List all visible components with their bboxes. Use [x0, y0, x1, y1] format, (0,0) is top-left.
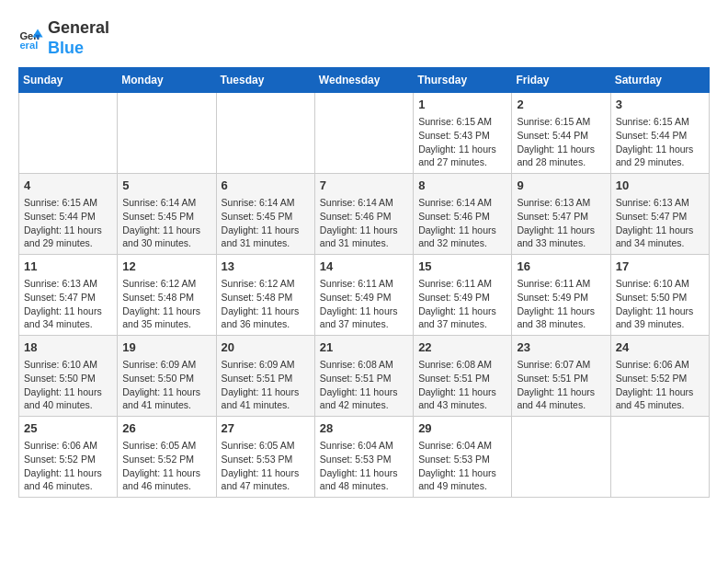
calendar-week-3: 11Sunrise: 6:13 AM Sunset: 5:47 PM Dayli… — [19, 255, 710, 336]
day-number: 21 — [320, 339, 408, 356]
day-number: 9 — [517, 178, 605, 194]
day-info: Sunrise: 6:08 AM Sunset: 5:51 PM Dayligh… — [320, 358, 408, 412]
day-number: 5 — [122, 178, 210, 194]
day-number: 17 — [616, 259, 704, 275]
calendar-cell: 13Sunrise: 6:12 AM Sunset: 5:48 PM Dayli… — [216, 255, 314, 336]
calendar-cell: 4Sunrise: 6:15 AM Sunset: 5:44 PM Daylig… — [19, 174, 118, 255]
calendar-cell: 12Sunrise: 6:12 AM Sunset: 5:48 PM Dayli… — [118, 255, 216, 336]
day-info: Sunrise: 6:04 AM Sunset: 5:53 PM Dayligh… — [418, 439, 506, 493]
day-info: Sunrise: 6:14 AM Sunset: 5:45 PM Dayligh… — [222, 196, 310, 250]
day-info: Sunrise: 6:10 AM Sunset: 5:50 PM Dayligh… — [616, 277, 704, 331]
logo: Gen eral GeneralBlue — [18, 18, 109, 58]
day-number: 14 — [320, 259, 408, 275]
calendar-cell: 27Sunrise: 6:05 AM Sunset: 5:53 PM Dayli… — [216, 416, 314, 497]
day-info: Sunrise: 6:13 AM Sunset: 5:47 PM Dayligh… — [517, 196, 605, 250]
calendar-cell: 28Sunrise: 6:04 AM Sunset: 5:53 PM Dayli… — [314, 416, 413, 497]
calendar-cell: 8Sunrise: 6:14 AM Sunset: 5:46 PM Daylig… — [414, 174, 512, 255]
calendar-table: SundayMondayTuesdayWednesdayThursdayFrid… — [18, 67, 710, 498]
calendar-cell: 7Sunrise: 6:14 AM Sunset: 5:46 PM Daylig… — [314, 174, 413, 255]
day-info: Sunrise: 6:11 AM Sunset: 5:49 PM Dayligh… — [517, 277, 605, 331]
calendar-cell: 2Sunrise: 6:15 AM Sunset: 5:44 PM Daylig… — [512, 93, 610, 174]
weekday-wednesday: Wednesday — [314, 68, 413, 93]
weekday-saturday: Saturday — [610, 68, 709, 93]
day-number: 12 — [122, 259, 210, 275]
calendar-cell: 11Sunrise: 6:13 AM Sunset: 5:47 PM Dayli… — [19, 255, 118, 336]
day-number: 2 — [517, 97, 605, 113]
day-info: Sunrise: 6:15 AM Sunset: 5:44 PM Dayligh… — [517, 115, 605, 169]
day-info: Sunrise: 6:14 AM Sunset: 5:46 PM Dayligh… — [418, 196, 506, 250]
day-number: 15 — [418, 259, 506, 275]
weekday-monday: Monday — [118, 68, 216, 93]
calendar-cell: 18Sunrise: 6:10 AM Sunset: 5:50 PM Dayli… — [19, 336, 118, 417]
day-info: Sunrise: 6:15 AM Sunset: 5:43 PM Dayligh… — [418, 115, 506, 169]
day-info: Sunrise: 6:13 AM Sunset: 5:47 PM Dayligh… — [24, 277, 112, 331]
day-info: Sunrise: 6:12 AM Sunset: 5:48 PM Dayligh… — [122, 277, 210, 331]
day-info: Sunrise: 6:14 AM Sunset: 5:46 PM Dayligh… — [320, 196, 408, 250]
day-info: Sunrise: 6:13 AM Sunset: 5:47 PM Dayligh… — [616, 196, 704, 250]
day-number: 8 — [418, 178, 506, 194]
calendar-cell — [216, 93, 314, 174]
day-number: 22 — [418, 339, 506, 356]
calendar-cell — [314, 93, 413, 174]
day-number: 26 — [122, 420, 210, 437]
weekday-friday: Friday — [512, 68, 610, 93]
calendar-week-1: 1Sunrise: 6:15 AM Sunset: 5:43 PM Daylig… — [19, 93, 710, 174]
day-info: Sunrise: 6:07 AM Sunset: 5:51 PM Dayligh… — [517, 358, 605, 412]
calendar-week-2: 4Sunrise: 6:15 AM Sunset: 5:44 PM Daylig… — [19, 174, 710, 255]
day-info: Sunrise: 6:15 AM Sunset: 5:44 PM Dayligh… — [616, 115, 704, 169]
calendar-cell: 6Sunrise: 6:14 AM Sunset: 5:45 PM Daylig… — [216, 174, 314, 255]
day-number: 20 — [222, 339, 310, 356]
day-info: Sunrise: 6:06 AM Sunset: 5:52 PM Dayligh… — [24, 439, 112, 493]
calendar-cell: 24Sunrise: 6:06 AM Sunset: 5:52 PM Dayli… — [610, 336, 709, 417]
day-number: 7 — [320, 178, 408, 194]
calendar-cell — [118, 93, 216, 174]
day-number: 3 — [616, 97, 704, 113]
day-info: Sunrise: 6:10 AM Sunset: 5:50 PM Dayligh… — [24, 358, 112, 412]
day-number: 6 — [222, 178, 310, 194]
calendar-week-4: 18Sunrise: 6:10 AM Sunset: 5:50 PM Dayli… — [19, 336, 710, 417]
calendar-cell: 26Sunrise: 6:05 AM Sunset: 5:52 PM Dayli… — [118, 416, 216, 497]
day-info: Sunrise: 6:14 AM Sunset: 5:45 PM Dayligh… — [122, 196, 210, 250]
weekday-header-row: SundayMondayTuesdayWednesdayThursdayFrid… — [19, 68, 710, 93]
calendar-cell: 14Sunrise: 6:11 AM Sunset: 5:49 PM Dayli… — [314, 255, 413, 336]
calendar-cell: 10Sunrise: 6:13 AM Sunset: 5:47 PM Dayli… — [610, 174, 709, 255]
calendar-cell: 22Sunrise: 6:08 AM Sunset: 5:51 PM Dayli… — [414, 336, 512, 417]
calendar-cell: 15Sunrise: 6:11 AM Sunset: 5:49 PM Dayli… — [414, 255, 512, 336]
calendar-cell: 23Sunrise: 6:07 AM Sunset: 5:51 PM Dayli… — [512, 336, 610, 417]
weekday-thursday: Thursday — [414, 68, 512, 93]
calendar-cell: 1Sunrise: 6:15 AM Sunset: 5:43 PM Daylig… — [414, 93, 512, 174]
calendar-cell: 21Sunrise: 6:08 AM Sunset: 5:51 PM Dayli… — [314, 336, 413, 417]
svg-text:eral: eral — [19, 40, 38, 51]
logo-icon: Gen eral — [18, 26, 44, 52]
day-number: 11 — [24, 259, 112, 275]
day-number: 4 — [24, 178, 112, 194]
day-number: 18 — [24, 339, 112, 356]
day-info: Sunrise: 6:08 AM Sunset: 5:51 PM Dayligh… — [418, 358, 506, 412]
calendar-cell: 19Sunrise: 6:09 AM Sunset: 5:50 PM Dayli… — [118, 336, 216, 417]
calendar-cell: 25Sunrise: 6:06 AM Sunset: 5:52 PM Dayli… — [19, 416, 118, 497]
day-info: Sunrise: 6:11 AM Sunset: 5:49 PM Dayligh… — [320, 277, 408, 331]
calendar-cell: 5Sunrise: 6:14 AM Sunset: 5:45 PM Daylig… — [118, 174, 216, 255]
calendar-cell: 17Sunrise: 6:10 AM Sunset: 5:50 PM Dayli… — [610, 255, 709, 336]
day-number: 10 — [616, 178, 704, 194]
day-number: 29 — [418, 420, 506, 437]
day-info: Sunrise: 6:12 AM Sunset: 5:48 PM Dayligh… — [222, 277, 310, 331]
day-number: 23 — [517, 339, 605, 356]
day-info: Sunrise: 6:06 AM Sunset: 5:52 PM Dayligh… — [616, 358, 704, 412]
day-number: 16 — [517, 259, 605, 275]
page-header: Gen eral GeneralBlue — [18, 18, 710, 58]
calendar-week-5: 25Sunrise: 6:06 AM Sunset: 5:52 PM Dayli… — [19, 416, 710, 497]
calendar-cell: 16Sunrise: 6:11 AM Sunset: 5:49 PM Dayli… — [512, 255, 610, 336]
day-number: 25 — [24, 420, 112, 437]
calendar-cell — [512, 416, 610, 497]
day-number: 27 — [222, 420, 310, 437]
weekday-tuesday: Tuesday — [216, 68, 314, 93]
calendar-cell: 29Sunrise: 6:04 AM Sunset: 5:53 PM Dayli… — [414, 416, 512, 497]
calendar-cell: 9Sunrise: 6:13 AM Sunset: 5:47 PM Daylig… — [512, 174, 610, 255]
day-number: 24 — [616, 339, 704, 356]
day-number: 28 — [320, 420, 408, 437]
day-number: 13 — [222, 259, 310, 275]
logo-text: GeneralBlue — [48, 18, 109, 58]
weekday-sunday: Sunday — [19, 68, 118, 93]
day-number: 19 — [122, 339, 210, 356]
